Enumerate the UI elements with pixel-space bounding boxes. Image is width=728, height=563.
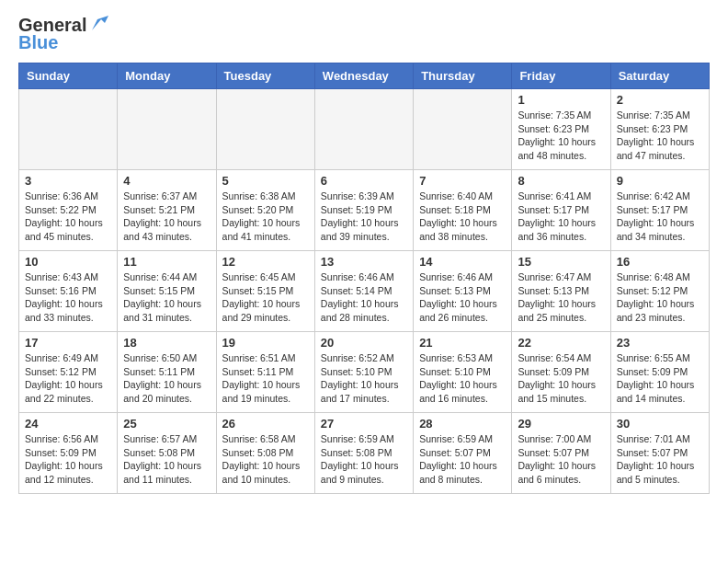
day-info: Sunrise: 6:58 AMSunset: 5:08 PMDaylight:… <box>222 432 309 487</box>
day-info: Sunrise: 6:59 AMSunset: 5:07 PMDaylight:… <box>419 432 506 487</box>
day-cell: 30Sunrise: 7:01 AMSunset: 5:07 PMDayligh… <box>610 413 709 494</box>
day-cell: 3Sunrise: 6:36 AMSunset: 5:22 PMDaylight… <box>19 170 118 251</box>
day-number: 8 <box>518 174 604 188</box>
day-info: Sunrise: 7:35 AMSunset: 6:23 PMDaylight:… <box>518 109 604 163</box>
day-number: 4 <box>123 174 210 188</box>
day-cell: 25Sunrise: 6:57 AMSunset: 5:08 PMDayligh… <box>118 413 216 494</box>
day-number: 25 <box>123 417 210 431</box>
day-cell: 22Sunrise: 6:54 AMSunset: 5:09 PMDayligh… <box>512 332 610 413</box>
day-cell: 15Sunrise: 6:47 AMSunset: 5:13 PMDayligh… <box>512 251 610 332</box>
day-info: Sunrise: 6:41 AMSunset: 5:17 PMDaylight:… <box>518 190 604 244</box>
day-number: 30 <box>617 417 703 431</box>
day-cell: 11Sunrise: 6:44 AMSunset: 5:15 PMDayligh… <box>118 251 216 332</box>
day-number: 20 <box>321 336 407 350</box>
day-header-wednesday: Wednesday <box>314 63 413 89</box>
day-info: Sunrise: 6:47 AMSunset: 5:13 PMDaylight:… <box>518 270 604 325</box>
day-number: 12 <box>222 255 309 269</box>
day-info: Sunrise: 6:59 AMSunset: 5:08 PMDaylight:… <box>321 432 407 487</box>
svg-marker-0 <box>92 16 108 30</box>
day-number: 10 <box>25 255 111 269</box>
day-cell: 6Sunrise: 6:39 AMSunset: 5:19 PMDaylight… <box>314 170 413 251</box>
day-number: 9 <box>617 174 703 188</box>
week-row-4: 24Sunrise: 6:56 AMSunset: 5:09 PMDayligh… <box>19 413 710 494</box>
day-cell: 29Sunrise: 7:00 AMSunset: 5:07 PMDayligh… <box>512 413 610 494</box>
day-number: 26 <box>222 417 309 431</box>
logo-blue: Blue <box>18 32 58 53</box>
day-cell: 12Sunrise: 6:45 AMSunset: 5:15 PMDayligh… <box>216 251 314 332</box>
day-number: 2 <box>617 93 703 107</box>
day-cell: 13Sunrise: 6:46 AMSunset: 5:14 PMDayligh… <box>314 251 413 332</box>
day-cell: 24Sunrise: 6:56 AMSunset: 5:09 PMDayligh… <box>19 413 118 494</box>
day-number: 14 <box>419 255 506 269</box>
day-number: 3 <box>25 174 111 188</box>
day-header-monday: Monday <box>118 63 216 89</box>
day-cell: 8Sunrise: 6:41 AMSunset: 5:17 PMDaylight… <box>512 170 610 251</box>
day-cell: 23Sunrise: 6:55 AMSunset: 5:09 PMDayligh… <box>610 332 709 413</box>
day-cell: 18Sunrise: 6:50 AMSunset: 5:11 PMDayligh… <box>118 332 216 413</box>
day-cell: 5Sunrise: 6:38 AMSunset: 5:20 PMDaylight… <box>216 170 314 251</box>
day-cell <box>118 89 216 170</box>
day-header-friday: Friday <box>512 63 610 89</box>
day-info: Sunrise: 6:49 AMSunset: 5:12 PMDaylight:… <box>25 351 111 406</box>
day-number: 21 <box>419 336 506 350</box>
logo: General Blue <box>18 15 108 53</box>
day-cell <box>414 89 512 170</box>
day-cell: 21Sunrise: 6:53 AMSunset: 5:10 PMDayligh… <box>414 332 512 413</box>
day-number: 1 <box>518 93 604 107</box>
day-number: 11 <box>123 255 210 269</box>
day-info: Sunrise: 7:35 AMSunset: 6:23 PMDaylight:… <box>617 109 703 163</box>
week-row-2: 10Sunrise: 6:43 AMSunset: 5:16 PMDayligh… <box>19 251 710 332</box>
day-number: 16 <box>617 255 703 269</box>
day-cell: 19Sunrise: 6:51 AMSunset: 5:11 PMDayligh… <box>216 332 314 413</box>
day-number: 22 <box>518 336 604 350</box>
day-header-thursday: Thursday <box>414 63 512 89</box>
day-info: Sunrise: 6:51 AMSunset: 5:11 PMDaylight:… <box>222 351 309 406</box>
day-number: 23 <box>617 336 703 350</box>
day-number: 13 <box>321 255 407 269</box>
day-info: Sunrise: 6:57 AMSunset: 5:08 PMDaylight:… <box>123 432 210 487</box>
calendar-wrapper: SundayMondayTuesdayWednesdayThursdayFrid… <box>0 63 728 503</box>
day-cell: 26Sunrise: 6:58 AMSunset: 5:08 PMDayligh… <box>216 413 314 494</box>
day-cell: 10Sunrise: 6:43 AMSunset: 5:16 PMDayligh… <box>19 251 118 332</box>
day-number: 15 <box>518 255 604 269</box>
day-number: 7 <box>419 174 506 188</box>
day-cell: 28Sunrise: 6:59 AMSunset: 5:07 PMDayligh… <box>414 413 512 494</box>
day-cell: 4Sunrise: 6:37 AMSunset: 5:21 PMDaylight… <box>118 170 216 251</box>
day-info: Sunrise: 6:54 AMSunset: 5:09 PMDaylight:… <box>518 351 604 406</box>
week-row-0: 1Sunrise: 7:35 AMSunset: 6:23 PMDaylight… <box>19 89 710 170</box>
day-number: 6 <box>321 174 407 188</box>
day-header-sunday: Sunday <box>19 63 118 89</box>
week-row-1: 3Sunrise: 6:36 AMSunset: 5:22 PMDaylight… <box>19 170 710 251</box>
day-info: Sunrise: 7:01 AMSunset: 5:07 PMDaylight:… <box>617 432 703 487</box>
day-cell: 7Sunrise: 6:40 AMSunset: 5:18 PMDaylight… <box>414 170 512 251</box>
day-info: Sunrise: 6:56 AMSunset: 5:09 PMDaylight:… <box>25 432 111 487</box>
day-info: Sunrise: 6:55 AMSunset: 5:09 PMDaylight:… <box>617 351 703 406</box>
day-cell: 17Sunrise: 6:49 AMSunset: 5:12 PMDayligh… <box>19 332 118 413</box>
day-info: Sunrise: 6:38 AMSunset: 5:20 PMDaylight:… <box>222 190 309 244</box>
day-info: Sunrise: 7:00 AMSunset: 5:07 PMDaylight:… <box>518 432 604 487</box>
day-info: Sunrise: 6:46 AMSunset: 5:14 PMDaylight:… <box>321 270 407 325</box>
day-number: 17 <box>25 336 111 350</box>
day-cell: 9Sunrise: 6:42 AMSunset: 5:17 PMDaylight… <box>610 170 709 251</box>
day-cell <box>19 89 118 170</box>
calendar-table: SundayMondayTuesdayWednesdayThursdayFrid… <box>18 63 710 494</box>
day-info: Sunrise: 6:42 AMSunset: 5:17 PMDaylight:… <box>617 190 703 244</box>
week-row-3: 17Sunrise: 6:49 AMSunset: 5:12 PMDayligh… <box>19 332 710 413</box>
day-cell <box>314 89 413 170</box>
day-cell: 2Sunrise: 7:35 AMSunset: 6:23 PMDaylight… <box>610 89 709 170</box>
day-info: Sunrise: 6:44 AMSunset: 5:15 PMDaylight:… <box>123 270 210 325</box>
day-info: Sunrise: 6:46 AMSunset: 5:13 PMDaylight:… <box>419 270 506 325</box>
day-header-saturday: Saturday <box>610 63 709 89</box>
day-info: Sunrise: 6:37 AMSunset: 5:21 PMDaylight:… <box>123 190 210 244</box>
page-header: General Blue <box>0 0 728 63</box>
day-cell: 20Sunrise: 6:52 AMSunset: 5:10 PMDayligh… <box>314 332 413 413</box>
day-info: Sunrise: 6:43 AMSunset: 5:16 PMDaylight:… <box>25 270 111 325</box>
day-number: 29 <box>518 417 604 431</box>
day-cell: 1Sunrise: 7:35 AMSunset: 6:23 PMDaylight… <box>512 89 610 170</box>
day-number: 5 <box>222 174 309 188</box>
day-info: Sunrise: 6:40 AMSunset: 5:18 PMDaylight:… <box>419 190 506 244</box>
day-cell: 27Sunrise: 6:59 AMSunset: 5:08 PMDayligh… <box>314 413 413 494</box>
day-info: Sunrise: 6:39 AMSunset: 5:19 PMDaylight:… <box>321 190 407 244</box>
day-cell: 14Sunrise: 6:46 AMSunset: 5:13 PMDayligh… <box>414 251 512 332</box>
day-number: 28 <box>419 417 506 431</box>
